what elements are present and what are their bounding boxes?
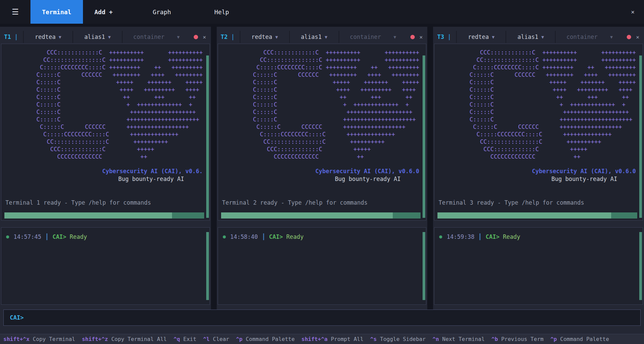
alias-dropdown[interactable]: alias1▼	[72, 31, 122, 43]
nav-divider	[0, 24, 644, 27]
terminal-panel-1: T1 | redtea▼ alias1▼ container▼ ✕ CCC:::…	[0, 27, 211, 309]
terminal-output: CCC::::::::::::C ++++++++++ ++++++++++ C…	[1, 44, 210, 221]
log-separator	[263, 233, 264, 240]
terminal-panel-2: T2 | redtea▼ alias1▼ container▼ ✕ CCC:::…	[217, 27, 428, 309]
progress-fill	[4, 212, 172, 219]
shortcut-clear[interactable]: ^l Clear	[203, 336, 229, 342]
terminal-2-id[interactable]: T2 |	[217, 33, 240, 40]
log-entry: 14:57:45 CAI> Ready	[6, 233, 210, 240]
agent-dropdown[interactable]: redtea▼	[240, 31, 289, 43]
terminal-panels: T1 | redtea▼ alias1▼ container▼ ✕ CCC:::…	[0, 27, 644, 309]
log-bullet-icon	[223, 235, 226, 238]
log-separator	[479, 233, 480, 240]
container-dropdown[interactable]: container▼	[339, 31, 407, 43]
terminal-1-id[interactable]: T1 |	[0, 33, 23, 40]
ready-message: Terminal 3 ready - Type /help for comman…	[438, 199, 584, 206]
close-terminal-icon[interactable]: ✕	[202, 34, 211, 40]
terminal-output: CCC::::::::::::C ++++++++++ ++++++++++ C…	[218, 44, 427, 221]
terminal-3-tab-bar: T3 | redtea▼ alias1▼ container▼ ✕	[433, 31, 644, 43]
shortcut-previous-terminal[interactable]: ^b Previous Term	[491, 336, 543, 342]
terminal-output: CCC::::::::::::C ++++++++++ ++++++++++ C…	[434, 44, 643, 221]
command-input-bar[interactable]: CAI>	[3, 309, 641, 326]
log-status: Ready	[286, 233, 304, 240]
scrollbar[interactable]	[639, 232, 642, 300]
version-line: Cybersecurity AI (CAI), v0.6.0	[470, 168, 636, 175]
prompt-label: CAI>	[10, 314, 24, 321]
log-bullet-icon	[439, 235, 442, 238]
chevron-down-icon: ▼	[325, 35, 327, 40]
log-timestamp: 14:58:40	[230, 233, 258, 240]
log-prompt: CAI>	[52, 233, 66, 240]
tab-help[interactable]: Help	[203, 0, 240, 24]
context-progress-bar	[221, 212, 421, 219]
scrollbar[interactable]	[639, 55, 642, 218]
close-terminal-icon[interactable]: ✕	[635, 34, 644, 40]
cursor-pipe: |	[231, 33, 234, 40]
status-dot	[410, 35, 415, 39]
scrollbar[interactable]	[206, 55, 209, 218]
log-bullet-icon	[6, 235, 9, 238]
close-terminal-icon[interactable]: ✕	[419, 34, 428, 40]
shortcut-copy-terminal-all[interactable]: shift+^z Copy Terminal All	[82, 336, 167, 342]
scrollbar[interactable]	[423, 232, 425, 300]
tab-add[interactable]: Add +	[83, 0, 124, 24]
chevron-down-icon: ▼	[59, 35, 61, 40]
log-timestamp: 14:59:38	[447, 233, 474, 240]
chevron-down-icon: ▼	[393, 35, 396, 40]
chevron-down-icon: ▼	[108, 35, 111, 40]
context-progress-bar	[4, 212, 204, 219]
agent-dropdown[interactable]: redtea▼	[456, 31, 506, 43]
shortcut-next-terminal[interactable]: ^n Next Terminal	[432, 336, 485, 342]
container-dropdown[interactable]: container▼	[555, 31, 623, 43]
container-dropdown[interactable]: container▼	[122, 31, 190, 43]
alias-dropdown[interactable]: alias1▼	[289, 31, 339, 43]
subtitle-line: Bug bounty-ready AI	[36, 176, 202, 182]
panel-divider[interactable]	[427, 27, 433, 309]
cursor-pipe: |	[448, 33, 451, 40]
panel-divider[interactable]	[211, 27, 217, 309]
cai-banner: CCC::::::::::::C ++++++++++ ++++++++++ C…	[470, 49, 636, 182]
top-nav: ☰ Terminal Add + Graph Help ✕	[0, 0, 644, 24]
chevron-down-icon: ▼	[541, 35, 544, 40]
chevron-down-icon: ▼	[275, 35, 278, 40]
status-bar: shift+^x Copy Terminal shift+^z Copy Ter…	[0, 334, 644, 344]
cai-banner: CCC::::::::::::C ++++++++++ ++++++++++ C…	[36, 49, 202, 182]
chevron-down-icon: ▼	[610, 35, 613, 40]
close-icon[interactable]: ✕	[622, 0, 644, 24]
shortcut-exit[interactable]: ^q Exit	[173, 336, 196, 342]
ready-message: Terminal 2 ready - Type /help for comman…	[222, 199, 368, 206]
subtitle-line: Bug bounty-ready AI	[253, 176, 419, 182]
tab-terminal[interactable]: Terminal	[30, 0, 83, 24]
shortcut-copy-terminal[interactable]: shift+^x Copy Terminal	[3, 336, 75, 342]
version-line: Cybersecurity AI (CAI), v0.6.0	[253, 168, 419, 175]
cai-ascii-logo: CCC::::::::::::C ++++++++++ ++++++++++ C…	[470, 49, 636, 160]
subtitle-line: Bug bounty-ready AI	[470, 176, 636, 182]
chevron-down-icon: ▼	[492, 35, 495, 40]
log-entry: 14:58:40 CAI> Ready	[223, 233, 426, 240]
tab-graph[interactable]: Graph	[141, 0, 183, 24]
status-dot	[194, 35, 198, 39]
terminal-panel-3: T3 | redtea▼ alias1▼ container▼ ✕ CCC:::…	[433, 27, 644, 309]
log-separator	[46, 233, 47, 240]
agent-dropdown[interactable]: redtea▼	[23, 31, 72, 43]
scrollbar[interactable]	[423, 55, 425, 218]
scrollbar[interactable]	[206, 232, 209, 300]
terminal-2-tab-bar: T2 | redtea▼ alias1▼ container▼ ✕	[217, 31, 428, 43]
terminal-3-id[interactable]: T3 |	[433, 33, 456, 40]
alias-dropdown[interactable]: alias1▼	[506, 31, 555, 43]
ready-message: Terminal 1 ready - Type /help for comman…	[5, 199, 151, 206]
menu-icon[interactable]: ☰	[0, 0, 30, 24]
chevron-down-icon: ▼	[177, 35, 180, 40]
shortcut-prompt-all[interactable]: shift+^a Prompt All	[301, 336, 363, 342]
status-dot	[627, 35, 631, 39]
terminal-1-tab-bar: T1 | redtea▼ alias1▼ container▼ ✕	[0, 31, 211, 43]
shortcut-command-palette[interactable]: ^p Command Palette	[236, 336, 295, 342]
progress-fill	[437, 212, 611, 219]
shortcut-toggle-sidebar[interactable]: ^s Toggle Sidebar	[370, 336, 426, 342]
shortcut-command-palette-2[interactable]: ^p Command Palette	[550, 336, 609, 342]
version-line: Cybersecurity AI (CAI), v0.6.	[36, 168, 202, 175]
context-progress-bar	[437, 212, 637, 219]
cai-ascii-logo: CCC::::::::::::C ++++++++++ ++++++++++ C…	[36, 49, 202, 160]
log-status: Ready	[70, 233, 87, 240]
terminal-log: 14:59:38 CAI> Ready	[434, 227, 643, 305]
